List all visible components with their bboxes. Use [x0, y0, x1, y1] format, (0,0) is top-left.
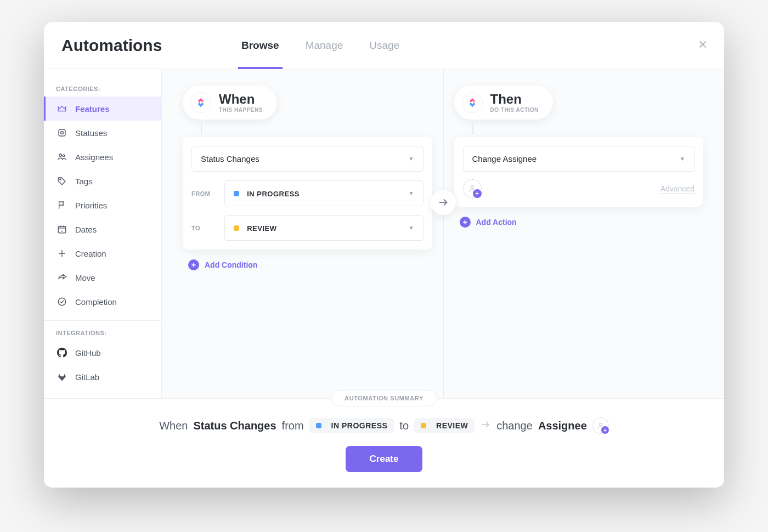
summary-chip: AUTOMATION SUMMARY: [331, 390, 437, 406]
sidebar-item-gitlab[interactable]: GitLab: [44, 365, 161, 389]
svg-rect-0: [59, 129, 65, 136]
calendar-icon: 1: [57, 224, 67, 235]
sidebar-item-label: Tags: [75, 177, 93, 186]
modal-title: Automations: [44, 36, 241, 55]
sidebar-item-features[interactable]: Features: [44, 97, 161, 121]
automations-modal: Automations Browse Manage Usage CATEGORI…: [44, 22, 724, 488]
tab-label: Manage: [306, 39, 343, 52]
sidebar-item-label: GitHub: [75, 348, 101, 358]
summary-to-badge: REVIEW: [414, 418, 475, 433]
tab-label: Browse: [241, 39, 279, 52]
modal-body: CATEGORIES: Features Statuses Assignees …: [44, 69, 724, 398]
sidebar-item-label: Priorities: [75, 201, 107, 210]
when-title: When: [219, 92, 263, 106]
sidebar-section-categories: CATEGORIES:: [44, 80, 161, 97]
tab-label: Usage: [369, 39, 399, 52]
from-status-value: IN PROGRESS: [247, 190, 300, 198]
to-status-select[interactable]: REVIEW ▼: [224, 215, 423, 241]
chevron-down-icon: ▼: [680, 156, 685, 162]
to-label: TO: [191, 225, 214, 231]
then-column: Then DO THIS ACTION Change Assignee ▼ A: [454, 86, 704, 398]
connector-line: [472, 123, 473, 134]
arrow-right-icon: [480, 419, 491, 433]
summary-word-when: When: [159, 420, 188, 432]
sidebar-item-statuses[interactable]: Statuses: [44, 121, 161, 145]
sidebar-item-label: Creation: [75, 249, 106, 258]
automation-summary: AUTOMATION SUMMARY When Status Changes f…: [44, 398, 724, 488]
svg-point-3: [63, 155, 65, 157]
summary-word-change: change: [496, 420, 533, 432]
crown-icon: [57, 103, 67, 114]
action-select-value: Change Assignee: [472, 154, 537, 163]
person-icon: [468, 184, 477, 193]
trigger-card: Status Changes ▼ FROM IN PROGRESS ▼: [183, 137, 432, 250]
sidebar-item-completion[interactable]: Completion: [44, 290, 161, 314]
modal-header: Automations Browse Manage Usage: [44, 22, 724, 69]
sidebar-item-label: Features: [75, 104, 110, 114]
advanced-link[interactable]: Advanced: [660, 184, 694, 194]
add-action-label: Add Action: [476, 218, 517, 227]
connector-line: [201, 123, 202, 134]
plus-outline-icon: [57, 248, 67, 259]
chevron-down-icon: ▼: [409, 156, 414, 162]
summary-target: Assignee: [538, 420, 587, 432]
builder-canvas: When THIS HAPPENS Status Changes ▼ FROM: [162, 69, 724, 398]
sidebar-item-creation[interactable]: Creation: [44, 241, 161, 265]
sidebar-item-move[interactable]: Move: [44, 265, 161, 290]
close-icon: [697, 38, 709, 50]
square-icon: [57, 127, 67, 138]
header-tabs: Browse Manage Usage: [241, 22, 399, 69]
then-subtitle: DO THIS ACTION: [490, 107, 539, 113]
arrow-right-icon: [437, 196, 449, 208]
svg-point-2: [59, 154, 62, 157]
summary-from-badge: IN PROGRESS: [309, 418, 394, 433]
sidebar-section-integrations: INTEGRATIONS:: [44, 324, 161, 341]
sidebar-item-label: GitLab: [75, 372, 99, 382]
then-title: Then: [490, 92, 539, 106]
summary-from-status: IN PROGRESS: [331, 421, 388, 430]
svg-rect-1: [61, 132, 64, 134]
svg-point-4: [60, 179, 61, 180]
flag-icon: [57, 200, 67, 211]
summary-trigger: Status Changes: [193, 420, 276, 432]
sidebar-item-dates[interactable]: 1 Dates: [44, 217, 161, 241]
summary-word-to: to: [399, 420, 409, 432]
when-subtitle: THIS HAPPENS: [219, 107, 263, 113]
plus-circle-icon: +: [460, 217, 471, 228]
tab-manage[interactable]: Manage: [306, 22, 343, 69]
from-label: FROM: [191, 190, 214, 197]
clickup-logo-icon: [190, 92, 211, 113]
from-status-select[interactable]: IN PROGRESS ▼: [224, 180, 423, 206]
action-select[interactable]: Change Assignee ▼: [463, 146, 695, 172]
sidebar-item-tags[interactable]: Tags: [44, 169, 161, 193]
status-color-dot: [234, 225, 239, 231]
svg-point-9: [599, 423, 602, 426]
summary-word-from: from: [282, 420, 304, 432]
add-action-button[interactable]: + Add Action: [460, 217, 704, 228]
sidebar-item-github[interactable]: GitHub: [44, 341, 161, 365]
clickup-logo-icon: [462, 92, 483, 113]
sidebar-item-priorities[interactable]: Priorities: [44, 193, 161, 217]
then-header-pill: Then DO THIS ACTION: [454, 86, 553, 120]
svg-point-7: [58, 298, 66, 305]
add-condition-button[interactable]: + Add Condition: [188, 259, 432, 270]
tab-usage[interactable]: Usage: [369, 22, 399, 69]
summary-assignee-picker[interactable]: [592, 417, 609, 434]
share-icon: [57, 272, 67, 283]
create-button[interactable]: Create: [346, 446, 423, 472]
gitlab-icon: [57, 371, 67, 382]
flow-arrow: [431, 190, 456, 215]
sidebar-item-label: Assignees: [75, 152, 113, 162]
assignee-picker[interactable]: [463, 179, 482, 198]
close-button[interactable]: [697, 38, 709, 53]
svg-text:1: 1: [61, 229, 63, 233]
sidebar-item-assignees[interactable]: Assignees: [44, 145, 161, 169]
github-icon: [57, 347, 67, 358]
plus-circle-icon: +: [188, 259, 199, 270]
trigger-select[interactable]: Status Changes ▼: [191, 146, 423, 172]
sidebar-item-label: Completion: [75, 297, 117, 307]
tag-icon: [57, 176, 67, 186]
tab-browse[interactable]: Browse: [241, 22, 279, 69]
when-column: When THIS HAPPENS Status Changes ▼ FROM: [183, 86, 432, 398]
summary-sentence: When Status Changes from IN PROGRESS to …: [159, 417, 609, 434]
